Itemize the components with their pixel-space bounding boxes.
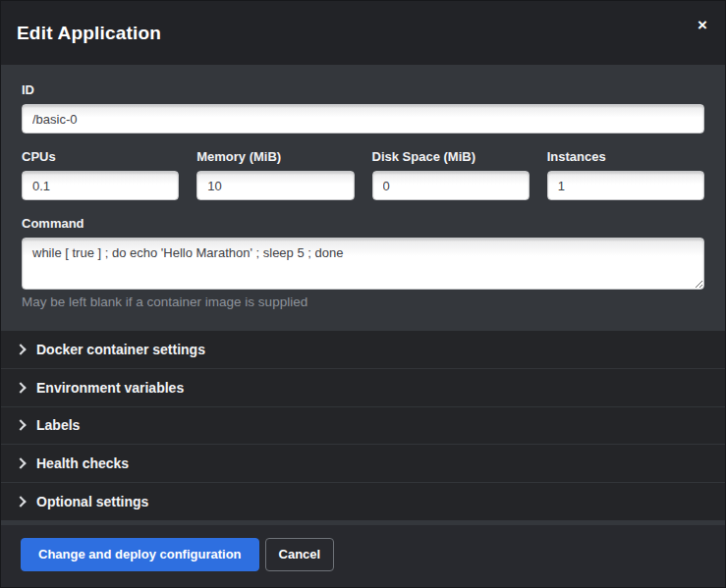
section-label: Labels: [36, 417, 80, 433]
id-input[interactable]: [22, 104, 704, 134]
cancel-button[interactable]: Cancel: [265, 538, 335, 571]
section-label: Health checks: [36, 455, 129, 471]
disk-field-group: Disk Space (MiB): [372, 148, 530, 200]
section-label: Optional settings: [36, 494, 148, 509]
cpus-input[interactable]: [22, 171, 179, 200]
change-and-deploy-button[interactable]: Change and deploy configuration: [21, 538, 259, 571]
instances-input[interactable]: [547, 171, 704, 200]
application-form: ID CPUs Memory (MiB) Disk Space (MiB) In…: [1, 65, 725, 331]
chevron-right-icon: [15, 458, 26, 469]
section-optional-settings[interactable]: Optional settings: [1, 482, 725, 520]
cpus-field-group: CPUs: [22, 148, 179, 200]
id-label: ID: [22, 81, 704, 98]
modal-title: Edit Application: [17, 23, 161, 44]
section-label: Environment variables: [36, 380, 184, 396]
section-label: Docker container settings: [36, 342, 205, 357]
edit-application-modal: Edit Application × ID CPUs Memory (MiB) …: [0, 0, 726, 588]
instances-label: Instances: [547, 148, 704, 165]
resource-fields-row: CPUs Memory (MiB) Disk Space (MiB) Insta…: [22, 148, 704, 200]
id-field-group: ID: [22, 81, 704, 134]
command-textarea[interactable]: while [ true ] ; do echo 'Hello Marathon…: [22, 238, 704, 290]
chevron-right-icon: [15, 496, 26, 507]
modal-header: Edit Application ×: [1, 1, 725, 65]
disk-input[interactable]: [372, 171, 530, 200]
chevron-right-icon: [15, 344, 26, 354]
memory-input[interactable]: [196, 171, 354, 200]
settings-accordion: Docker container settings Environment va…: [1, 331, 725, 520]
section-health-checks[interactable]: Health checks: [1, 444, 725, 482]
chevron-right-icon: [15, 382, 26, 393]
section-environment-variables[interactable]: Environment variables: [1, 368, 725, 406]
cpus-label: CPUs: [22, 148, 179, 165]
section-labels[interactable]: Labels: [1, 406, 725, 445]
memory-label: Memory (MiB): [196, 148, 354, 165]
command-label: Command: [22, 215, 704, 232]
command-help-text: May be left blank if a container image i…: [22, 294, 704, 309]
modal-footer: Change and deploy configuration Cancel: [1, 525, 725, 587]
section-docker-container-settings[interactable]: Docker container settings: [1, 331, 725, 368]
memory-field-group: Memory (MiB): [196, 148, 354, 200]
close-icon[interactable]: ×: [692, 15, 713, 36]
instances-field-group: Instances: [547, 148, 704, 200]
chevron-right-icon: [15, 420, 26, 431]
disk-label: Disk Space (MiB): [372, 148, 530, 165]
command-field-group: Command while [ true ] ; do echo 'Hello …: [22, 215, 704, 309]
